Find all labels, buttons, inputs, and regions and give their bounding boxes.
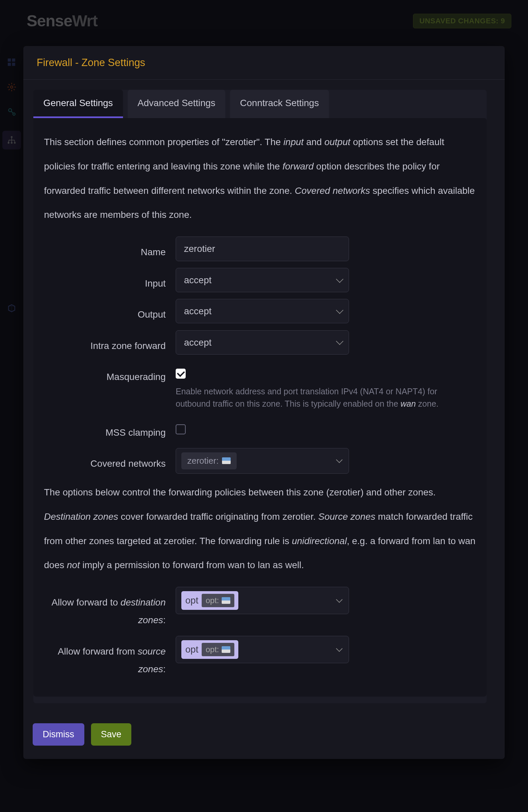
modal-body: General Settings Advanced Settings Connt…: [23, 80, 505, 716]
masq-hint: Enable network address and port translat…: [176, 385, 459, 410]
gear-icon: [6, 82, 17, 93]
svg-point-7: [11, 136, 12, 138]
svg-rect-3: [12, 63, 15, 66]
field-name: Name: [44, 236, 476, 261]
svg-point-9: [11, 142, 12, 143]
field-masq: Masquerading Enable network address and …: [44, 361, 476, 410]
save-button[interactable]: Save: [91, 723, 132, 745]
logo-rest: Wrt: [72, 12, 97, 30]
fwd-src-badge: opt opt:: [181, 640, 238, 659]
dismiss-button[interactable]: Dismiss: [33, 723, 84, 745]
chevron-down-icon: [336, 645, 343, 652]
masq-checkbox[interactable]: [176, 368, 186, 379]
field-intra: Intra zone forward accept: [44, 330, 476, 354]
modal-footer: Dismiss Save: [23, 716, 505, 759]
label-input: Input: [44, 268, 176, 292]
label-masq: Masquerading: [44, 361, 176, 386]
chevron-down-icon: [336, 596, 343, 603]
inner-panel: General Settings Advanced Settings Connt…: [33, 90, 487, 703]
name-input[interactable]: [176, 236, 349, 261]
interface-icon: [222, 646, 230, 653]
field-fwd-dest: Allow forward to destination zones: opt …: [44, 587, 476, 629]
fwd-src-chip: opt:: [202, 643, 234, 656]
svg-point-5: [9, 109, 12, 112]
field-input: Input accept: [44, 268, 476, 292]
tab-content: This section defines common properties o…: [33, 118, 487, 697]
bg-header: SenseWrt UNSAVED CHANGES: 9: [0, 0, 528, 42]
covered-chip: zerotier:: [181, 452, 237, 469]
dashboard-icon: [6, 57, 17, 68]
fwd-dest-badge: opt opt:: [181, 591, 238, 610]
tab-advanced[interactable]: Advanced Settings: [128, 90, 226, 118]
zone-settings-modal: Firewall - Zone Settings General Setting…: [23, 46, 505, 759]
label-name: Name: [44, 236, 176, 261]
field-covered: Covered networks zerotier:: [44, 448, 476, 474]
bg-sidebar: [0, 47, 23, 314]
chevron-down-icon: [336, 457, 343, 463]
cube-icon: [6, 303, 17, 314]
unsaved-changes-badge[interactable]: UNSAVED CHANGES: 9: [413, 14, 511, 28]
modal-title: Firewall - Zone Settings: [37, 57, 491, 69]
mss-checkbox[interactable]: [176, 424, 186, 434]
fwd-src-dropdown[interactable]: opt opt:: [176, 636, 349, 663]
description-1: This section defines common properties o…: [44, 130, 476, 227]
label-mss: MSS clamping: [44, 417, 176, 441]
svg-point-10: [14, 142, 16, 143]
label-covered: Covered networks: [44, 448, 176, 473]
processes-icon: [6, 106, 17, 117]
field-mss: MSS clamping: [44, 417, 476, 441]
label-intra: Intra zone forward: [44, 330, 176, 354]
interface-icon: [222, 458, 231, 464]
fwd-dest-chip: opt:: [202, 594, 234, 607]
tab-general[interactable]: General Settings: [33, 90, 123, 118]
svg-point-4: [11, 86, 13, 88]
field-fwd-src: Allow forward from source zones: opt opt…: [44, 636, 476, 678]
tab-conntrack[interactable]: Conntrack Settings: [230, 90, 329, 118]
modal-header: Firewall - Zone Settings: [23, 46, 505, 80]
tabs: General Settings Advanced Settings Connt…: [33, 90, 487, 118]
logo-bold: Sense: [27, 12, 72, 30]
logo: SenseWrt: [27, 12, 98, 30]
interface-icon: [222, 597, 230, 604]
input-select[interactable]: accept: [176, 268, 349, 292]
field-output: Output accept: [44, 299, 476, 323]
label-fwd-dest: Allow forward to destination zones:: [44, 587, 176, 629]
intra-select[interactable]: accept: [176, 330, 349, 354]
description-2: The options below control the forwarding…: [44, 480, 476, 578]
label-output: Output: [44, 299, 176, 323]
svg-point-8: [7, 142, 9, 143]
output-select[interactable]: accept: [176, 299, 349, 323]
network-icon: [2, 131, 21, 149]
svg-rect-1: [12, 58, 15, 61]
svg-rect-0: [7, 58, 11, 61]
fwd-dest-dropdown[interactable]: opt opt:: [176, 587, 349, 614]
svg-rect-2: [7, 63, 11, 66]
label-fwd-src: Allow forward from source zones:: [44, 636, 176, 678]
covered-networks-dropdown[interactable]: zerotier:: [176, 448, 349, 474]
